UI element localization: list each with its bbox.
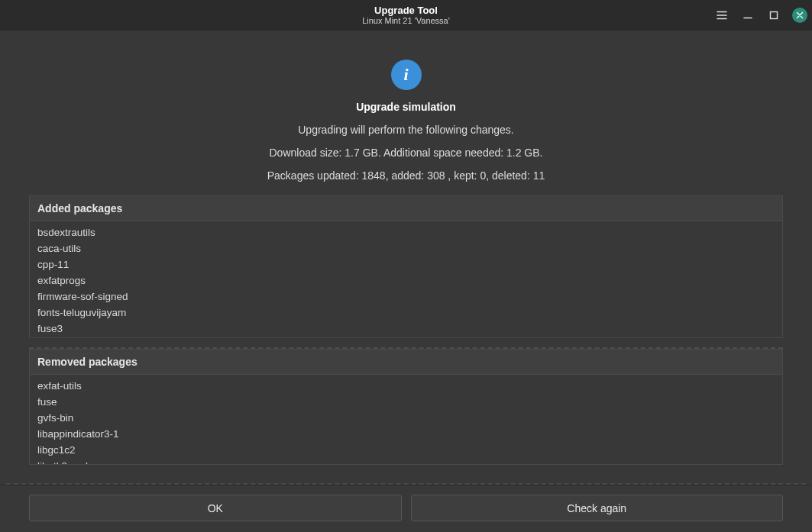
footer-buttons: OK Check again <box>0 485 812 532</box>
list-item[interactable]: libgtk2-perl <box>30 458 782 464</box>
check-again-button[interactable]: Check again <box>411 495 784 521</box>
window-titlebar: Upgrade Tool Linux Mint 21 'Vanessa' <box>0 0 812 31</box>
content-inner: i Upgrade simulation Upgrading will perf… <box>0 31 812 483</box>
removed-packages-header: Removed packages <box>30 350 782 375</box>
simulation-line-1: Upgrading will perform the following cha… <box>298 124 513 136</box>
list-item[interactable]: bsdextrautils <box>30 224 782 240</box>
simulation-line-3: Packages updated: 1848, added: 308 , kep… <box>267 169 545 182</box>
list-item[interactable]: exfat-utils <box>30 378 782 394</box>
info-icon: i <box>391 60 422 90</box>
list-item[interactable]: libappindicator3-1 <box>30 426 782 442</box>
minimize-icon[interactable] <box>740 8 755 23</box>
list-item[interactable]: libgc1c2 <box>30 442 782 458</box>
added-packages-header: Added packages <box>30 196 782 221</box>
divider <box>29 347 783 349</box>
list-item[interactable]: fuse <box>30 394 782 410</box>
list-item[interactable]: firmware-sof-signed <box>30 289 782 305</box>
window-title: Upgrade Tool <box>362 5 450 17</box>
list-item[interactable]: gamemode-daemon <box>30 337 782 337</box>
list-item[interactable]: exfatprogs <box>30 272 782 289</box>
list-item[interactable]: caca-utils <box>30 240 782 256</box>
svg-rect-0 <box>771 12 778 19</box>
removed-packages-list[interactable]: exfat-utilsfusegvfs-binlibappindicator3-… <box>30 375 782 464</box>
title-block: Upgrade Tool Linux Mint 21 'Vanessa' <box>362 5 450 27</box>
info-block: i Upgrade simulation Upgrading will perf… <box>29 60 783 182</box>
ok-button[interactable]: OK <box>29 495 402 521</box>
list-item[interactable]: fuse3 <box>30 321 782 337</box>
list-item[interactable]: cpp-11 <box>30 256 782 272</box>
content-area: i Upgrade simulation Upgrading will perf… <box>0 31 812 485</box>
close-icon[interactable] <box>792 8 807 23</box>
window-subtitle: Linux Mint 21 'Vanessa' <box>362 16 450 26</box>
simulation-line-2: Download size: 1.7 GB. Additional space … <box>269 147 542 159</box>
maximize-icon[interactable] <box>766 8 781 23</box>
added-packages-section: Added packages bsdextrautilscaca-utilscp… <box>29 195 783 338</box>
simulation-heading: Upgrade simulation <box>356 101 456 113</box>
removed-packages-section: Removed packages exfat-utilsfusegvfs-bin… <box>29 349 783 465</box>
window-controls <box>714 0 807 31</box>
scroll-fade-divider <box>6 483 806 485</box>
list-item[interactable]: gvfs-bin <box>30 410 782 426</box>
added-packages-list[interactable]: bsdextrautilscaca-utilscpp-11exfatprogsf… <box>30 221 782 337</box>
list-item[interactable]: fonts-teluguvijayam <box>30 305 782 321</box>
menu-icon[interactable] <box>714 8 730 23</box>
